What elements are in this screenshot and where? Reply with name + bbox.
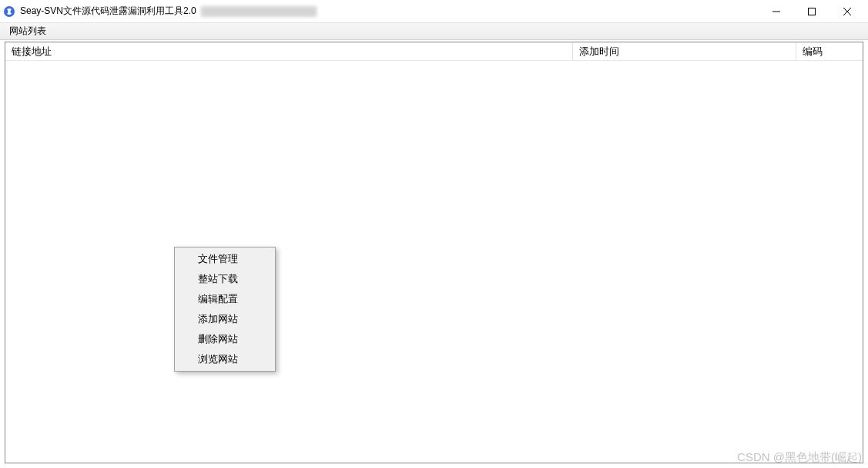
titlebar: Seay-SVN文件源代码泄露漏洞利用工具2.0 xyxy=(0,0,868,23)
ctx-edit-config[interactable]: 编辑配置 xyxy=(176,289,273,309)
table-header-row: 链接地址 添加时间 编码 xyxy=(5,42,863,61)
minimize-button[interactable] xyxy=(759,0,794,23)
context-menu: 文件管理 整站下载 编辑配置 添加网站 删除网站 浏览网站 xyxy=(174,247,276,372)
content-panel: 链接地址 添加时间 编码 xyxy=(5,42,863,463)
column-header-tail xyxy=(850,42,863,60)
menu-item-site-list[interactable]: 网站列表 xyxy=(3,23,52,39)
menubar: 网站列表 xyxy=(0,23,868,40)
column-header-url[interactable]: 链接地址 xyxy=(5,42,573,60)
app-icon xyxy=(3,5,15,18)
ctx-add-site[interactable]: 添加网站 xyxy=(176,309,273,329)
ctx-browse-site[interactable]: 浏览网站 xyxy=(176,349,273,369)
column-header-encoding[interactable]: 编码 xyxy=(796,42,850,60)
svg-rect-2 xyxy=(809,8,816,15)
column-header-time[interactable]: 添加时间 xyxy=(573,42,796,60)
ctx-download-site[interactable]: 整站下载 xyxy=(176,269,273,289)
maximize-button[interactable] xyxy=(794,0,829,23)
window-controls xyxy=(759,0,865,23)
title-blurred-section xyxy=(201,6,317,17)
window-title: Seay-SVN文件源代码泄露漏洞利用工具2.0 xyxy=(20,5,196,18)
close-button[interactable] xyxy=(829,0,865,23)
ctx-delete-site[interactable]: 删除网站 xyxy=(176,329,273,349)
ctx-file-manage[interactable]: 文件管理 xyxy=(176,249,273,269)
